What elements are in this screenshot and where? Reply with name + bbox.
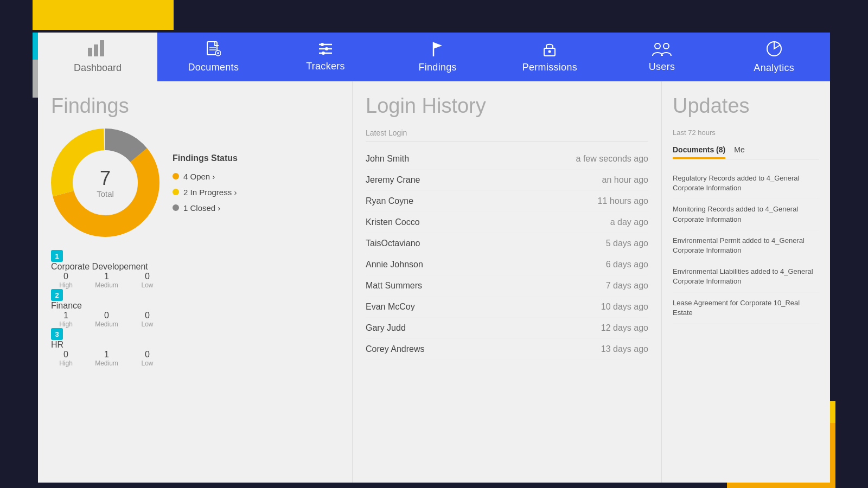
documents-label: Documents — [188, 62, 239, 73]
row-number: 1 — [51, 250, 63, 262]
login-row: Annie Johnson 6 days ago — [366, 254, 648, 275]
stat-low: 0 Low — [132, 272, 162, 289]
login-time: 5 days ago — [606, 239, 648, 248]
findings-icon — [430, 41, 445, 59]
donut-chart: 7 Total — [51, 129, 159, 237]
nav-item-analytics[interactable]: Analytics — [718, 33, 830, 81]
svg-point-20 — [663, 43, 669, 49]
svg-rect-0 — [88, 48, 92, 56]
users-label: Users — [649, 61, 675, 73]
login-row: Ryan Coyne 11 hours ago — [366, 191, 648, 212]
chart-legend-row: 7 Total Findings Status 4 Open › 2 In Pr… — [51, 129, 339, 237]
login-name: Ryan Coyne — [366, 196, 413, 206]
high-label: High — [59, 320, 73, 328]
low-val: 0 — [145, 272, 150, 281]
nav-item-users[interactable]: Users — [606, 33, 718, 81]
stat-low: 0 Low — [132, 350, 162, 367]
updates-title: Updates — [673, 94, 819, 118]
medium-val: 0 — [104, 311, 109, 320]
row-name: Finance — [51, 301, 82, 310]
users-icon — [652, 42, 672, 58]
tab-me[interactable]: Me — [734, 142, 744, 159]
medium-label: Medium — [95, 281, 118, 289]
row-stats: 0 High 1 Medium 0 Low — [51, 350, 339, 367]
nav-items: Documents Trackers — [157, 33, 830, 81]
medium-label: Medium — [95, 320, 118, 328]
nav-item-documents[interactable]: Documents — [157, 33, 270, 81]
update-item[interactable]: Regulatory Records added to 4_General Co… — [673, 168, 819, 199]
donut-center: 7 Total — [97, 168, 114, 198]
findings-table-row[interactable]: 3 HR 0 High 1 Medium 0 Low — [51, 328, 339, 367]
update-item[interactable]: Environmental Permit added to 4_General … — [673, 230, 819, 261]
login-row: Corey Andrews 13 days ago — [366, 339, 648, 360]
login-history-title: Login History — [366, 94, 648, 118]
findings-panel: Findings — [38, 81, 353, 483]
stat-high: 0 High — [51, 272, 81, 289]
open-dot — [173, 173, 179, 179]
svg-point-18 — [548, 50, 551, 53]
login-panel: Login History Latest Login John Smith a … — [353, 81, 662, 483]
legend-open[interactable]: 4 Open › — [173, 172, 238, 181]
row-stats: 0 High 1 Medium 0 Low — [51, 272, 339, 289]
svg-marker-16 — [433, 42, 442, 49]
login-rows: John Smith a few seconds ago Jeremy Cran… — [366, 149, 648, 360]
svg-point-12 — [321, 43, 324, 46]
trackers-label: Trackers — [306, 61, 345, 72]
findings-table-row[interactable]: 2 Finance 1 High 0 Medium 0 Low — [51, 289, 339, 328]
login-time: 7 days ago — [606, 281, 648, 291]
legend-inprogress[interactable]: 2 In Progress › — [173, 188, 238, 197]
legend-title: Findings Status — [173, 153, 238, 163]
updates-subtitle: Last 72 hours — [673, 129, 819, 137]
medium-val: 1 — [104, 272, 109, 281]
login-name: Corey Andrews — [366, 344, 425, 354]
findings-label: Findings — [418, 62, 456, 73]
stat-medium: 0 Medium — [92, 311, 122, 328]
nav-item-trackers[interactable]: Trackers — [270, 33, 382, 81]
analytics-label: Analytics — [754, 62, 794, 74]
open-label: 4 Open › — [183, 172, 215, 181]
main-container: Dashboard Documents — [38, 33, 830, 483]
tab-documents[interactable]: Documents (8) — [673, 142, 725, 159]
login-name: Annie Johnson — [366, 260, 423, 269]
update-item[interactable]: Lease Agreement for Corporate 10_Real Es… — [673, 293, 819, 324]
login-time: a day ago — [610, 217, 648, 227]
updates-panel: Updates Last 72 hours Documents (8) Me R… — [662, 81, 830, 483]
deco-yellow-top-left — [33, 0, 174, 30]
login-name: John Smith — [366, 154, 409, 164]
row-name: Corporate Developement — [51, 262, 148, 271]
nav-item-findings[interactable]: Findings — [381, 33, 494, 81]
content-area: Findings — [38, 81, 830, 483]
login-time: an hour ago — [602, 175, 648, 185]
stat-medium: 1 Medium — [92, 272, 122, 289]
svg-point-14 — [322, 52, 325, 55]
login-row: Matt Summers 7 days ago — [366, 275, 648, 297]
findings-title: Findings — [51, 94, 339, 118]
login-row: Kristen Cocco a day ago — [366, 212, 648, 233]
inprogress-label: 2 In Progress › — [183, 188, 237, 197]
trackers-icon — [318, 42, 333, 57]
findings-table-row[interactable]: 1 Corporate Developement 0 High 1 Medium… — [51, 250, 339, 289]
update-item[interactable]: Monitoring Records added to 4_General Co… — [673, 199, 819, 230]
nav-dashboard[interactable]: Dashboard — [38, 33, 157, 81]
high-label: High — [59, 359, 73, 367]
medium-label: Medium — [95, 359, 118, 367]
login-row: Gary Judd 12 days ago — [366, 318, 648, 339]
low-val: 0 — [145, 311, 150, 320]
update-item[interactable]: Environmental Liabilities added to 4_Gen… — [673, 261, 819, 292]
dashboard-icon — [88, 40, 107, 60]
login-time: 12 days ago — [601, 323, 648, 333]
findings-rows: 1 Corporate Developement 0 High 1 Medium… — [51, 250, 339, 367]
stat-medium: 1 Medium — [92, 350, 122, 367]
login-time: a few seconds ago — [576, 154, 648, 164]
login-row: TaisOctaviano 5 days ago — [366, 233, 648, 254]
high-val: 0 — [63, 272, 68, 281]
low-label: Low — [141, 320, 153, 328]
dashboard-label: Dashboard — [74, 62, 122, 74]
closed-dot — [173, 204, 179, 211]
high-val: 1 — [63, 311, 68, 320]
legend-closed[interactable]: 1 Closed › — [173, 203, 238, 213]
login-name: Matt Summers — [366, 281, 422, 291]
svg-rect-1 — [94, 44, 98, 56]
nav-item-permissions[interactable]: Permissions — [494, 33, 606, 81]
closed-label: 1 Closed › — [183, 203, 220, 213]
